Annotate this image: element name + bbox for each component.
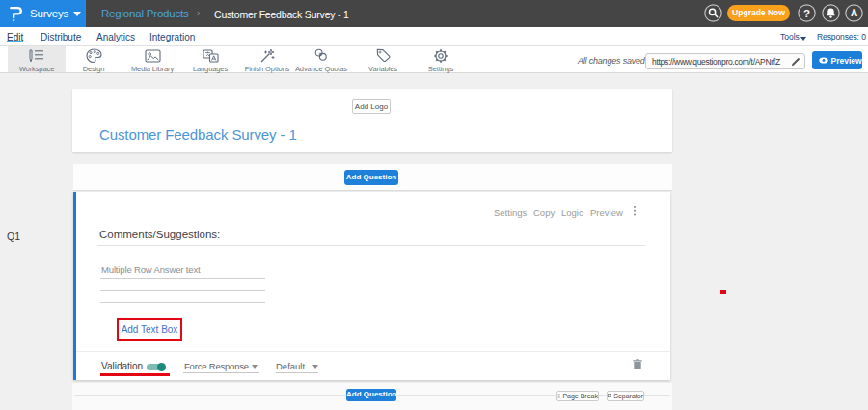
svg-text:?: ? — [803, 8, 810, 19]
svg-text:A: A — [851, 8, 857, 18]
